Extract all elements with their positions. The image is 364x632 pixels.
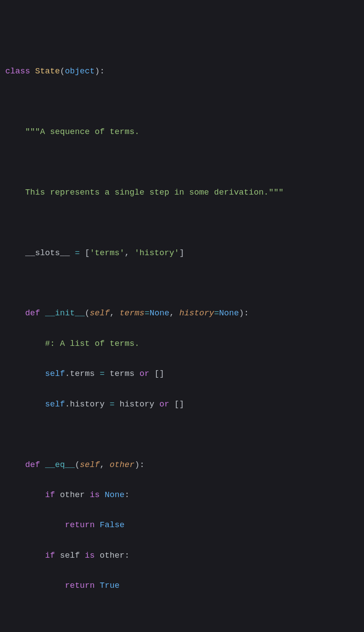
code-line: def __eq__(self, other): (5, 458, 359, 473)
code-line: """A sequence of terms. (5, 125, 359, 140)
self-ref: self (45, 369, 65, 379)
code-line (5, 609, 359, 624)
keyword-is: is (85, 551, 95, 560)
keyword-class: class (5, 67, 30, 76)
code-line: self.terms = terms or [] (5, 367, 359, 382)
method-init: __init__ (45, 309, 85, 318)
self-ref: self (45, 400, 65, 409)
docstring: This represents a single step in some de… (25, 188, 284, 197)
code-line: return False (5, 518, 359, 533)
code-line: if other is None: (5, 488, 359, 503)
code-line (5, 155, 359, 170)
string-literal: 'terms' (90, 249, 125, 258)
code-line: return True (5, 578, 359, 594)
slots-attr: __slots__ (25, 249, 70, 258)
param-history: history (179, 309, 214, 318)
code-line: class State(object): (5, 64, 359, 79)
keyword-return: return (65, 521, 95, 530)
param-self: self (90, 309, 110, 318)
docstring: """A sequence of terms. (25, 127, 140, 137)
comment: #: A list of terms. (45, 339, 140, 349)
string-literal: 'history' (135, 249, 179, 258)
code-block: class State(object): """A sequence of te… (5, 64, 359, 632)
keyword-or: or (135, 369, 155, 379)
code-line: This represents a single step in some de… (5, 185, 359, 200)
code-line (5, 276, 359, 291)
attr-terms: terms (70, 369, 95, 379)
code-line (5, 215, 359, 230)
param-terms: terms (120, 309, 144, 318)
true-literal: True (95, 581, 120, 590)
code-line: self.history = history or [] (5, 397, 359, 412)
code-line: if self is other: (5, 548, 359, 563)
none-literal: None (149, 309, 169, 318)
keyword-if: if (45, 551, 55, 560)
class-name: State (35, 67, 60, 76)
keyword-return: return (65, 581, 95, 590)
method-eq: __eq__ (45, 460, 75, 470)
code-line: #: A list of terms. (5, 337, 359, 352)
none-literal: None (219, 309, 239, 318)
keyword-def: def (25, 309, 40, 318)
keyword-if: if (45, 490, 55, 500)
param-other: other (110, 460, 134, 470)
false-literal: False (95, 521, 125, 530)
code-line: def __init__(self, terms=None, history=N… (5, 306, 359, 321)
attr-history: history (70, 400, 105, 409)
param-self: self (80, 460, 100, 470)
builtin-object: object (65, 67, 95, 76)
keyword-def: def (25, 460, 40, 470)
code-line (5, 94, 359, 109)
keyword-is: is (90, 490, 100, 500)
none-literal: None (100, 490, 125, 500)
code-line (5, 427, 359, 442)
code-line: __slots__ = ['terms', 'history'] (5, 246, 359, 261)
keyword-or: or (155, 400, 174, 409)
